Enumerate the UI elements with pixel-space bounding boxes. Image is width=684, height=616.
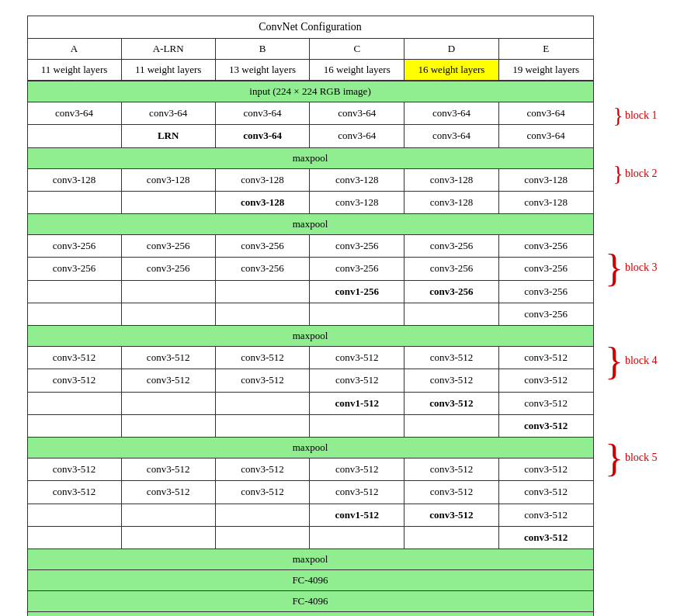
- b2r2c3: conv3-128: [215, 191, 310, 213]
- fc1-label: FC-4096: [27, 570, 593, 591]
- col-e: E: [498, 38, 593, 59]
- b2r2c1: [27, 191, 121, 213]
- fc2-label: FC-4096: [27, 591, 593, 612]
- b4r2c3: conv3-512: [215, 369, 310, 392]
- b3r4c2: [121, 303, 215, 325]
- block3-row1: conv3-256 conv3-256 conv3-256 conv3-256 …: [27, 235, 593, 258]
- block3-row4: conv3-256: [27, 303, 593, 325]
- b2r1c5: conv3-128: [404, 168, 499, 191]
- input-row: input (224 × 224 RGB image): [27, 81, 593, 102]
- maxpool1-row: maxpool: [27, 147, 593, 168]
- b4r4c3: [215, 414, 310, 437]
- b2r1c2: conv3-128: [121, 168, 215, 191]
- b5r3c1: [27, 504, 121, 526]
- b3r3c6: conv3-256: [498, 280, 593, 303]
- b5r2c4: conv3-512: [310, 481, 404, 504]
- b5r1c4: conv3-512: [310, 459, 404, 481]
- b5r3c5: conv3-512: [404, 504, 499, 526]
- header-name-row: A A-LRN B C D E: [27, 38, 593, 59]
- b5r1c2: conv3-512: [121, 459, 215, 481]
- block3-row2: conv3-256 conv3-256 conv3-256 conv3-256 …: [27, 258, 593, 280]
- b3r3c5: conv3-256: [404, 280, 499, 303]
- block2-row2: conv3-128 conv3-128 conv3-128 conv3-128: [27, 191, 593, 213]
- block4-row2: conv3-512 conv3-512 conv3-512 conv3-512 …: [27, 369, 593, 392]
- b3r1c5: conv3-256: [404, 235, 499, 258]
- b3r1c2: conv3-256: [121, 235, 215, 258]
- b4r2c1: conv3-512: [27, 369, 121, 392]
- b2r1c3: conv3-128: [215, 168, 310, 191]
- block3-brace: }: [605, 248, 623, 287]
- b1r2c4: conv3-64: [310, 125, 404, 147]
- b5r4c1: [27, 526, 121, 549]
- b3r4c1: [27, 303, 121, 325]
- block5-annotation: } block 5: [605, 438, 658, 477]
- title-row: ConvNet Configuration: [27, 16, 593, 39]
- b4r1c2: conv3-512: [121, 347, 215, 369]
- b3r2c1: conv3-256: [27, 258, 121, 280]
- layers-a: 11 weight layers: [27, 59, 121, 81]
- b1r2c1: [27, 125, 121, 147]
- b2r2c4: conv3-128: [310, 191, 404, 213]
- col-d: D: [404, 38, 499, 59]
- b1r2c3: conv3-64: [215, 125, 310, 147]
- block5-row4: conv3-512: [27, 526, 593, 549]
- b2r1c1: conv3-128: [27, 168, 121, 191]
- col-b: B: [215, 38, 310, 59]
- table-title: ConvNet Configuration: [27, 16, 593, 39]
- col-alrn: A-LRN: [121, 38, 215, 59]
- block4-row4: conv3-512: [27, 414, 593, 437]
- block4-row1: conv3-512 conv3-512 conv3-512 conv3-512 …: [27, 347, 593, 369]
- b3r1c1: conv3-256: [27, 235, 121, 258]
- b5r2c5: conv3-512: [404, 481, 499, 504]
- b5r4c6: conv3-512: [498, 526, 593, 549]
- b3r4c6: conv3-256: [498, 303, 593, 325]
- b4r3c5: conv3-512: [404, 392, 499, 414]
- block1-row2: LRN conv3-64 conv3-64 conv3-64 conv3-64: [27, 125, 593, 147]
- b4r4c2: [121, 414, 215, 437]
- maxpool4-label: maxpool: [27, 437, 593, 458]
- layers-alrn: 11 weight layers: [121, 59, 215, 81]
- b4r1c3: conv3-512: [215, 347, 310, 369]
- b3r2c5: conv3-256: [404, 258, 499, 280]
- layers-c: 16 weight layers: [310, 59, 404, 81]
- block4-row3: conv1-512 conv3-512 conv3-512: [27, 392, 593, 414]
- b5r3c3: [215, 504, 310, 526]
- b3r2c6: conv3-256: [498, 258, 593, 280]
- b5r3c4: conv1-512: [310, 504, 404, 526]
- b2r2c6: conv3-128: [498, 191, 593, 213]
- layers-d: 16 weight layers: [404, 59, 499, 81]
- b5r4c5: [404, 526, 499, 549]
- b4r4c4: [310, 414, 404, 437]
- weight-layers-row: 11 weight layers 11 weight layers 13 wei…: [27, 59, 593, 81]
- b4r3c6: conv3-512: [498, 392, 593, 414]
- b4r3c2: [121, 392, 215, 414]
- b3r1c3: conv3-256: [215, 235, 310, 258]
- b2r2c2: [121, 191, 215, 213]
- b5r1c1: conv3-512: [27, 459, 121, 481]
- b4r4c5: [404, 414, 499, 437]
- b4r2c4: conv3-512: [310, 369, 404, 392]
- block5-row1: conv3-512 conv3-512 conv3-512 conv3-512 …: [27, 459, 593, 481]
- b5r3c6: conv3-512: [498, 504, 593, 526]
- maxpool4-row: maxpool: [27, 437, 593, 458]
- b5r2c1: conv3-512: [27, 481, 121, 504]
- b3r1c4: conv3-256: [310, 235, 404, 258]
- block5-row2: conv3-512 conv3-512 conv3-512 conv3-512 …: [27, 481, 593, 504]
- block2-brace: }: [613, 163, 623, 185]
- b3r4c4: [310, 303, 404, 325]
- b1r1c6: conv3-64: [498, 102, 593, 125]
- col-c: C: [310, 38, 404, 59]
- b3r1c6: conv3-256: [498, 235, 593, 258]
- page-wrapper: ConvNet Configuration A A-LRN B C D E 11…: [27, 16, 658, 616]
- b5r4c4: [310, 526, 404, 549]
- block3-annotation: } block 3: [605, 248, 658, 287]
- b4r4c1: [27, 414, 121, 437]
- maxpool3-row: maxpool: [27, 326, 593, 347]
- b4r2c2: conv3-512: [121, 369, 215, 392]
- b3r3c4: conv1-256: [310, 280, 404, 303]
- block1-annotation: } block 1: [613, 105, 657, 126]
- b5r4c3: [215, 526, 310, 549]
- b5r2c6: conv3-512: [498, 481, 593, 504]
- b1r1c1: conv3-64: [27, 102, 121, 125]
- b3r2c4: conv3-256: [310, 258, 404, 280]
